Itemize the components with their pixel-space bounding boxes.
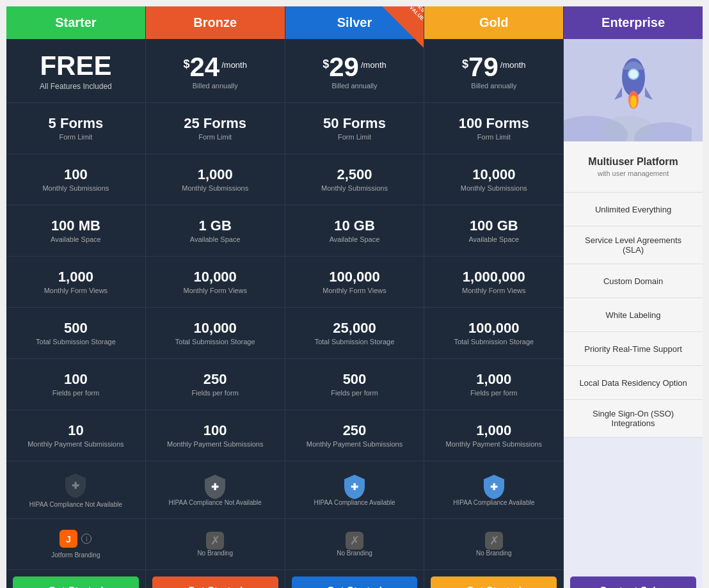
enterprise-feature-support-label: Priority Real-Time Support xyxy=(584,344,682,354)
plan-gold-price: $ 79 /month Billed annually xyxy=(424,39,563,103)
gold-submissions-value: 10,000 xyxy=(472,167,515,182)
gold-hipaa-label: HIPAA Compliance Available xyxy=(453,499,534,506)
silver-submission-storage: 25,000 Total Submission Storage xyxy=(285,308,424,359)
starter-form-views-label: Monthly Form Views xyxy=(44,287,108,294)
enterprise-contact-sales-button[interactable]: Contact Sales xyxy=(570,576,696,588)
plan-silver-name: Silver xyxy=(337,15,372,29)
enterprise-feature-sla: Service Level Agreements (SLA) xyxy=(564,226,703,264)
bronze-space: 1 GB Available Space xyxy=(146,205,285,257)
silver-forms-value: 50 Forms xyxy=(323,116,386,131)
svg-point-16 xyxy=(628,69,639,79)
starter-hipaa: ✚ HIPAA Compliance Not Available xyxy=(6,461,145,519)
rocket-icon xyxy=(608,52,659,116)
starter-branding: J i Jotform Branding xyxy=(6,519,145,570)
gold-period: /month xyxy=(500,60,526,70)
bronze-payment: 100 Monthly Payment Submissions xyxy=(146,410,285,461)
silver-space-label: Available Space xyxy=(330,235,380,243)
bronze-branding-label: No Branding xyxy=(197,550,233,557)
bronze-fields-label: Fields per form xyxy=(192,389,239,397)
plan-starter-price: FREE All Features Included xyxy=(6,39,145,103)
enterprise-feature-unlimited-label: Unlimited Everything xyxy=(595,205,671,214)
bronze-dollar: $ xyxy=(183,58,189,71)
gold-get-started-button[interactable]: Get Started xyxy=(431,576,557,588)
bronze-amount: 24 xyxy=(189,54,219,81)
bronze-billed: Billed annually xyxy=(193,82,238,90)
bronze-payment-label: Monthly Payment Submissions xyxy=(167,440,263,448)
starter-payment: 10 Monthly Payment Submissions xyxy=(6,410,145,461)
gold-amount: 79 xyxy=(468,54,498,81)
silver-hipaa: ✚ HIPAA Compliance Available xyxy=(285,461,424,519)
bronze-forms: 25 Forms Form Limit xyxy=(146,103,285,154)
svg-text:✚: ✚ xyxy=(351,482,358,492)
gold-submissions-label: Monthly Submissions xyxy=(461,184,527,192)
enterprise-feature-domain: Custom Domain xyxy=(564,264,703,298)
silver-branding-label: No Branding xyxy=(337,550,372,557)
pricing-table: Starter FREE All Features Included 5 For… xyxy=(6,6,703,588)
plan-bronze: Bronze $ 24 /month Billed annually 25 Fo… xyxy=(146,6,285,588)
starter-submission-storage-value: 500 xyxy=(64,321,88,336)
silver-submissions: 2,500 Monthly Submissions xyxy=(285,154,424,205)
silver-payment-label: Monthly Payment Submissions xyxy=(307,440,402,448)
gold-submission-storage-value: 100,000 xyxy=(468,321,520,336)
bronze-submissions: 1,000 Monthly Submissions xyxy=(146,154,285,205)
plan-bronze-price: $ 24 /month Billed annually xyxy=(146,39,285,103)
bronze-submission-storage-value: 10,000 xyxy=(194,321,237,336)
enterprise-feature-sso-label: Single Sign-On (SSO) Integrations xyxy=(573,409,693,428)
bronze-fields: 250 Fields per form xyxy=(146,359,285,410)
plan-bronze-name: Bronze xyxy=(193,15,237,29)
bronze-hipaa: ✚ HIPAA Compliance Not Available xyxy=(146,461,285,519)
silver-dollar: $ xyxy=(323,58,329,71)
silver-space: 10 GB Available Space xyxy=(285,205,424,257)
gold-hipaa: ✚ HIPAA Compliance Available xyxy=(424,461,563,519)
enterprise-multiuser-sub: with user management xyxy=(598,170,669,177)
gold-payment-value: 1,000 xyxy=(476,423,511,438)
bronze-forms-label: Form Limit xyxy=(198,133,232,141)
bronze-fields-value: 250 xyxy=(203,372,227,387)
shield-icon: ✚ xyxy=(203,473,227,499)
silver-hipaa-label: HIPAA Compliance Available xyxy=(314,499,395,506)
gold-price-row: $ 79 /month xyxy=(462,54,525,81)
bronze-submissions-value: 1,000 xyxy=(198,167,233,182)
enterprise-feature-data-label: Local Data Residency Option xyxy=(579,378,687,388)
plan-gold-header: Gold xyxy=(424,6,563,39)
starter-form-views: 1,000 Monthly Form Views xyxy=(6,257,145,308)
svg-text:✗: ✗ xyxy=(489,534,498,547)
silver-form-views-value: 100,000 xyxy=(329,269,380,285)
bronze-submission-storage-label: Total Submission Storage xyxy=(175,338,255,346)
silver-fields-value: 500 xyxy=(343,372,367,387)
starter-payment-label: Monthly Payment Submissions xyxy=(28,440,123,448)
svg-text:✗: ✗ xyxy=(211,534,220,547)
bronze-form-views-value: 10,000 xyxy=(194,269,237,285)
starter-space-label: Available Space xyxy=(51,235,101,243)
enterprise-feature-unlimited: Unlimited Everything xyxy=(564,193,703,226)
svg-text:J: J xyxy=(66,534,71,544)
bronze-footer: Get Started xyxy=(146,570,285,588)
gold-form-views-value: 1,000,000 xyxy=(463,269,525,285)
silver-submission-storage-value: 25,000 xyxy=(333,321,376,336)
silver-get-started-button[interactable]: Get Started xyxy=(292,576,418,588)
silver-fields-label: Fields per form xyxy=(331,389,378,397)
gold-footer: Get Started xyxy=(424,570,563,588)
silver-submissions-value: 2,500 xyxy=(337,167,372,182)
silver-submission-storage-label: Total Submission Storage xyxy=(315,338,395,346)
enterprise-feature-labeling-label: White Labeling xyxy=(606,310,661,320)
bronze-form-views-label: Monthly Form Views xyxy=(183,287,246,294)
plan-starter-header: Starter xyxy=(6,6,145,39)
silver-fields: 500 Fields per form xyxy=(285,359,424,410)
bronze-form-views: 10,000 Monthly Form Views xyxy=(146,257,285,308)
info-icon[interactable]: i xyxy=(81,534,92,544)
bronze-space-label: Available Space xyxy=(190,235,241,243)
gold-payment-label: Monthly Payment Submissions xyxy=(446,440,542,448)
silver-submissions-label: Monthly Submissions xyxy=(321,184,388,192)
silver-price-row: $ 29 /month xyxy=(323,54,386,81)
bronze-get-started-button[interactable]: Get Started xyxy=(152,576,278,588)
starter-submissions-label: Monthly Submissions xyxy=(42,184,109,192)
enterprise-footer: Contact Sales xyxy=(564,570,703,588)
no-branding-icon: ✗ xyxy=(346,532,363,550)
starter-forms: 5 Forms Form Limit xyxy=(6,103,145,154)
plan-silver: BESTVALUE Silver $ 29 /month Billed annu… xyxy=(285,6,425,588)
gold-submission-storage: 100,000 Total Submission Storage xyxy=(424,308,563,359)
silver-forms: 50 Forms Form Limit xyxy=(285,103,424,154)
silver-billed: Billed annually xyxy=(332,82,378,90)
starter-get-started-button[interactable]: Get Started xyxy=(13,576,139,588)
